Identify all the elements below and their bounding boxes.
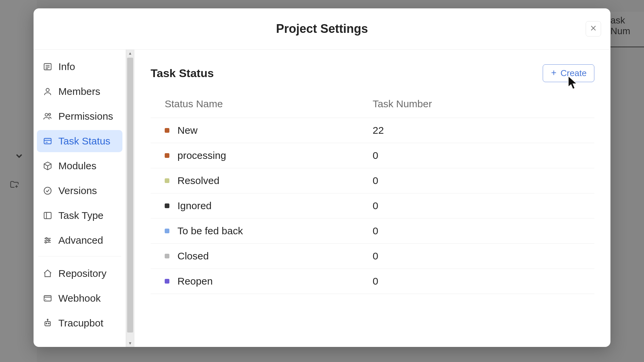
scroll-up-arrow[interactable]: ▲ xyxy=(126,50,134,57)
status-name-cell: processing xyxy=(151,150,373,161)
status-name-cell: Closed xyxy=(151,250,373,262)
sidebar-item-label: Task Type xyxy=(58,210,104,221)
status-name-label: Ignored xyxy=(177,200,212,212)
user-icon xyxy=(43,87,52,96)
status-name-label: Reopen xyxy=(177,276,213,287)
table-row[interactable]: New22 xyxy=(151,118,594,143)
sliders-icon xyxy=(43,236,52,245)
table-header-row: Status Name Task Number xyxy=(151,94,594,118)
status-count-cell: 0 xyxy=(373,175,594,186)
svg-point-13 xyxy=(44,187,51,194)
sidebar-item-label: Webhook xyxy=(58,293,101,304)
sidebar-item-permissions[interactable]: Permissions xyxy=(37,105,122,127)
svg-point-27 xyxy=(47,319,48,320)
status-name-cell: To be fed back xyxy=(151,225,373,237)
sidebar-item-label: Task Status xyxy=(58,135,110,147)
status-count-cell: 0 xyxy=(373,150,594,161)
status-color-dot xyxy=(165,229,169,233)
status-name-label: Resolved xyxy=(177,175,219,186)
modal-title: Project Settings xyxy=(276,22,368,36)
table-row[interactable]: Resolved0 xyxy=(151,168,594,193)
status-color-dot xyxy=(165,128,169,133)
sidebar-item-label: Members xyxy=(58,86,100,97)
svg-point-28 xyxy=(46,323,47,324)
status-count-cell: 0 xyxy=(373,200,594,212)
status-name-cell: Resolved xyxy=(151,175,373,186)
column-header-name: Status Name xyxy=(151,98,373,110)
robot-icon xyxy=(43,318,52,328)
content-pane: Task Status Create Status Name Task Numb… xyxy=(135,50,610,347)
svg-point-19 xyxy=(46,238,47,239)
sidebar-item-advanced[interactable]: Advanced xyxy=(37,229,122,251)
svg-point-20 xyxy=(48,240,50,241)
status-name-label: To be fed back xyxy=(177,225,243,237)
status-name-cell: New xyxy=(151,125,373,136)
sidebar-item-info[interactable]: Info xyxy=(37,56,122,78)
svg-point-7 xyxy=(45,113,48,116)
table-row[interactable]: processing0 xyxy=(151,143,594,168)
status-name-label: New xyxy=(177,125,198,136)
status-name-label: processing xyxy=(177,150,226,161)
status-color-dot xyxy=(165,153,169,158)
sidebar-item-label: Permissions xyxy=(58,111,113,122)
content-title: Task Status xyxy=(151,67,214,80)
status-count-cell: 0 xyxy=(373,276,594,287)
create-button[interactable]: Create xyxy=(543,64,594,82)
create-button-label: Create xyxy=(560,68,587,78)
sidebar-separator xyxy=(38,256,121,256)
svg-rect-9 xyxy=(44,138,51,144)
home-icon xyxy=(43,269,52,278)
svg-point-8 xyxy=(49,113,51,115)
column-header-count: Task Number xyxy=(373,98,594,110)
svg-rect-22 xyxy=(44,296,51,301)
svg-rect-14 xyxy=(44,213,51,219)
sidebar-item-members[interactable]: Members xyxy=(37,80,122,103)
users-icon xyxy=(43,112,52,121)
panel-icon xyxy=(43,211,52,220)
table-row[interactable]: Closed0 xyxy=(151,244,594,269)
sidebar-item-label: Modules xyxy=(58,160,96,172)
scroll-thumb[interactable] xyxy=(127,58,133,333)
cube-icon xyxy=(43,161,52,171)
sidebar-item-repository[interactable]: Repository xyxy=(37,262,122,285)
clock-check-icon xyxy=(43,186,52,195)
status-name-cell: Ignored xyxy=(151,200,373,212)
status-count-cell: 0 xyxy=(373,250,594,262)
scroll-down-arrow[interactable]: ▼ xyxy=(126,340,134,347)
card-icon xyxy=(43,136,52,146)
status-count-cell: 0 xyxy=(373,225,594,237)
sidebar-item-label: Tracupbot xyxy=(58,317,103,329)
status-color-dot xyxy=(165,203,169,208)
sidebar-item-task-type[interactable]: Task Type xyxy=(37,204,122,227)
sidebar-item-label: Info xyxy=(58,61,75,72)
sidebar-item-task-status[interactable]: Task Status xyxy=(37,130,122,152)
status-name-cell: Reopen xyxy=(151,276,373,287)
close-icon xyxy=(590,24,597,33)
table-row[interactable]: Ignored0 xyxy=(151,193,594,219)
svg-point-6 xyxy=(46,88,49,92)
status-table: Status Name Task Number New22processing0… xyxy=(151,94,594,294)
table-row[interactable]: Reopen0 xyxy=(151,269,594,294)
list-icon xyxy=(43,62,52,71)
table-row[interactable]: To be fed back0 xyxy=(151,219,594,244)
svg-point-21 xyxy=(45,242,47,243)
sidebar: InfoMembersPermissionsTask StatusModules… xyxy=(34,50,135,347)
status-color-dot xyxy=(165,279,169,284)
sidebar-item-label: Repository xyxy=(58,268,106,279)
status-name-label: Closed xyxy=(177,250,209,262)
close-button[interactable] xyxy=(586,21,601,37)
terminal-icon xyxy=(43,294,52,303)
svg-point-29 xyxy=(48,323,49,324)
sidebar-item-tracupbot[interactable]: Tracupbot xyxy=(37,312,122,334)
status-color-dot xyxy=(165,178,169,183)
status-count-cell: 22 xyxy=(373,125,594,136)
sidebar-item-label: Advanced xyxy=(58,235,103,246)
project-settings-modal: Project Settings InfoMembersPermissionsT… xyxy=(34,8,610,347)
sidebar-item-modules[interactable]: Modules xyxy=(37,155,122,177)
status-color-dot xyxy=(165,254,169,258)
sidebar-item-versions[interactable]: Versions xyxy=(37,180,122,202)
modal-header: Project Settings xyxy=(34,8,610,50)
sidebar-item-webhook[interactable]: Webhook xyxy=(37,287,122,309)
sidebar-item-label: Versions xyxy=(58,185,97,196)
sidebar-scrollbar[interactable]: ▲ ▼ xyxy=(126,50,134,347)
